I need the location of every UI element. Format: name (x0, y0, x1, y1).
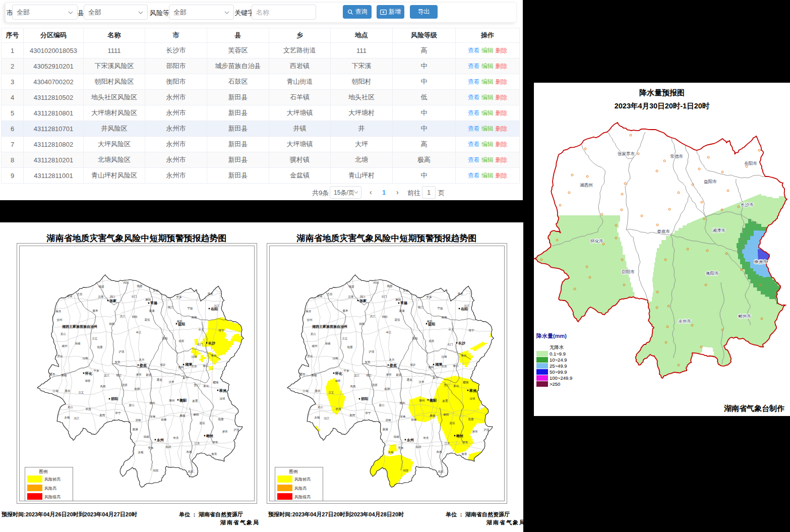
svg-text:怀化市: 怀化市 (590, 239, 603, 244)
svg-text:常德: 常德 (400, 301, 407, 305)
svg-text:永顺: 永顺 (65, 416, 71, 419)
svg-text:岳阳: 岳阳 (460, 307, 468, 311)
svg-text:津市: 津市 (472, 430, 478, 434)
svg-text:常宁: 常宁 (115, 411, 121, 415)
svg-text:炎陵: 炎陵 (192, 316, 198, 319)
svg-text:邵阳: 邵阳 (110, 397, 118, 401)
svg-text:溆浦: 溆浦 (149, 309, 155, 313)
svg-text:桑植: 桑植 (312, 374, 318, 377)
svg-text:保靖: 保靖 (144, 435, 150, 438)
svg-text:安乡: 安乡 (176, 295, 183, 299)
svg-text:预报时间:2023年04月26日20时到2023年04月27: 预报时间:2023年04月26日20时到2023年04月27日20时 (1, 511, 137, 517)
svg-text:桃源: 桃源 (137, 284, 143, 288)
svg-text:张家界市: 张家界市 (618, 151, 635, 156)
svg-text:炎陵: 炎陵 (442, 316, 448, 319)
svg-text:绥宁: 绥宁 (469, 329, 475, 332)
svg-text:慈利: 慈利 (149, 401, 156, 404)
svg-text:隆回: 隆回 (169, 399, 175, 402)
svg-text:安仁: 安仁 (194, 384, 200, 387)
svg-text:常德: 常德 (150, 301, 157, 305)
svg-text:邵阳市: 邵阳市 (622, 269, 635, 274)
svg-text:衡阳: 衡阳 (179, 398, 187, 402)
svg-text:桃源: 桃源 (387, 284, 393, 288)
svg-text:攸县: 攸县 (423, 436, 430, 439)
svg-text:保靖: 保靖 (394, 435, 400, 438)
svg-text:辰溪: 辰溪 (336, 407, 342, 411)
svg-text:邵东: 邵东 (212, 441, 219, 444)
svg-text:绥宁: 绥宁 (219, 329, 225, 332)
svg-text:石门: 石门 (198, 343, 203, 346)
svg-text:茶陵: 茶陵 (386, 419, 392, 422)
svg-text:湘潭: 湘潭 (435, 363, 442, 367)
svg-text:湖南省气象局: 湖南省气象局 (220, 519, 260, 525)
svg-text:娄底市: 娄底市 (657, 229, 670, 234)
svg-text:嘉禾: 嘉禾 (93, 309, 99, 313)
svg-text:武冈: 武冈 (124, 281, 129, 284)
svg-text:益阳: 益阳 (177, 322, 185, 326)
svg-text:娄底: 娄底 (389, 363, 397, 368)
svg-text:花垣: 花垣 (200, 422, 206, 425)
svg-text:祁东: 祁东 (403, 469, 409, 472)
svg-text:吉首: 吉首 (192, 365, 198, 368)
svg-text:衡东: 衡东 (211, 452, 218, 456)
svg-text:沅江: 沅江 (74, 417, 80, 420)
svg-text:涟源: 涟源 (122, 383, 128, 387)
svg-text:2023年4月30日20时-1日20时: 2023年4月30日20时-1日20时 (615, 102, 710, 110)
svg-text:江永: 江永 (195, 442, 201, 445)
svg-text:茶陵: 茶陵 (136, 419, 142, 422)
svg-text:无降水: 无降水 (550, 344, 564, 350)
svg-text:会同: 会同 (57, 318, 63, 321)
svg-text:湖南省气象局: 湖南省气象局 (486, 519, 523, 525)
svg-text:常德市: 常德市 (670, 154, 683, 159)
svg-text:龙山: 龙山 (68, 405, 73, 408)
svg-text:桑植: 桑植 (180, 414, 186, 418)
svg-text:衡阳: 衡阳 (429, 398, 437, 402)
svg-text:风险较高: 风险较高 (44, 477, 60, 482)
svg-text:单位 ： 湖南省自然资源厅: 单位 ： 湖南省自然资源厅 (446, 511, 510, 518)
svg-text:泸溪: 泸溪 (369, 350, 375, 353)
svg-text:永兴: 永兴 (389, 358, 395, 361)
svg-text:洪江: 洪江 (370, 315, 376, 318)
svg-text:城步: 城步 (410, 363, 416, 366)
svg-text:桃江: 桃江 (168, 306, 174, 309)
svg-text:祁阳: 祁阳 (132, 315, 138, 319)
svg-text:宁远: 宁远 (438, 307, 444, 310)
svg-text:华容: 华容 (335, 379, 341, 383)
svg-text:慈利: 慈利 (178, 366, 185, 369)
svg-text:泸溪: 泸溪 (234, 428, 240, 432)
svg-text:新宁: 新宁 (183, 376, 189, 379)
svg-text:岳阳市: 岳阳市 (744, 161, 757, 166)
svg-text:邵东: 邵东 (462, 441, 469, 444)
svg-text:湘西土家族苗族自治州: 湘西土家族苗族自治州 (62, 324, 97, 329)
svg-text:长沙市: 长沙市 (741, 202, 754, 207)
svg-text:东安: 东安 (114, 361, 121, 364)
svg-text:安化: 安化 (57, 354, 64, 358)
svg-text:武冈: 武冈 (374, 281, 379, 284)
svg-text:株洲: 株洲 (469, 388, 476, 393)
svg-text:桂阳: 桂阳 (109, 322, 115, 326)
svg-text:双峰: 双峰 (411, 418, 417, 421)
svg-text:100~249.9: 100~249.9 (550, 375, 572, 381)
svg-text:宁远: 宁远 (188, 307, 194, 310)
svg-text:衡阳市: 衡阳市 (706, 271, 719, 276)
svg-text:临澧: 临澧 (347, 345, 353, 349)
svg-text:洞口: 洞口 (110, 295, 115, 299)
svg-text:风险很高: 风险很高 (294, 495, 311, 499)
svg-text:湘西州: 湘西州 (579, 183, 593, 188)
svg-text:湖南省地质灾害气象风险中短期预警预报趋势图: 湖南省地质灾害气象风险中短期预警预报趋势图 (46, 233, 227, 243)
svg-text:降水量预报图: 降水量预报图 (639, 88, 685, 97)
svg-text:望城: 望城 (67, 294, 73, 298)
svg-text:攸县: 攸县 (173, 436, 179, 439)
svg-text:醴陵: 醴陵 (463, 381, 469, 384)
svg-text:会同: 会同 (307, 318, 313, 321)
svg-text:张家: 张家 (359, 299, 367, 303)
svg-text:道县: 道县 (208, 292, 214, 295)
svg-text:花垣: 花垣 (395, 318, 401, 322)
svg-text:沅江: 沅江 (324, 417, 330, 420)
svg-text:涟源: 涟源 (372, 383, 378, 387)
svg-text:永顺: 永顺 (315, 416, 321, 419)
svg-text:汉寿: 汉寿 (98, 295, 104, 299)
svg-text:新化: 新化 (204, 384, 210, 388)
svg-text:辰溪: 辰溪 (438, 470, 444, 474)
svg-text:通道: 通道 (157, 378, 163, 381)
